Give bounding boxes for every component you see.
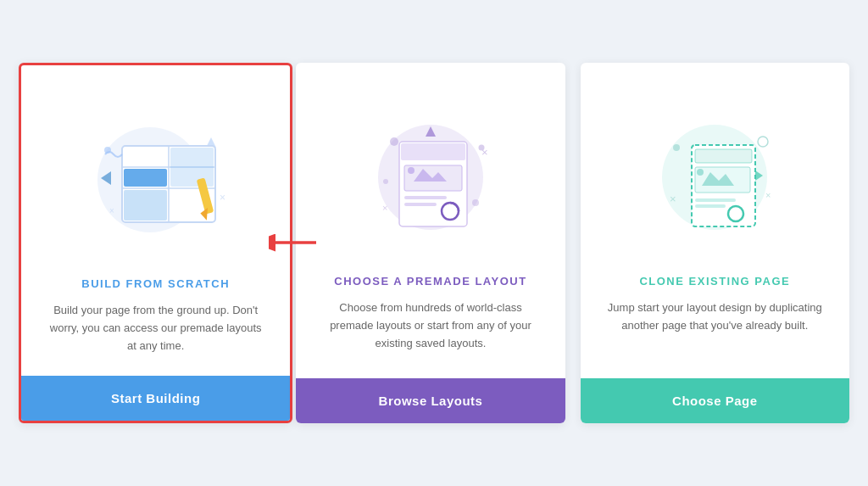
card-body-scratch: × × Build From Scratch Build your page f… (21, 65, 290, 375)
svg-rect-30 (404, 203, 437, 206)
svg-text:×: × (670, 193, 676, 205)
premade-icon-area: × × (320, 88, 541, 258)
premade-desc: Choose from hundreds of world-class prem… (320, 299, 541, 352)
scratch-illustration: × × (75, 103, 236, 248)
start-building-button[interactable]: Start Building (21, 376, 290, 421)
svg-text:×: × (109, 206, 114, 215)
svg-rect-9 (124, 169, 167, 187)
svg-point-33 (383, 179, 388, 184)
premade-illustration: × × (350, 101, 511, 245)
svg-text:×: × (765, 190, 771, 200)
clone-footer: Choose Page (581, 378, 849, 423)
card-body-premade: × × (296, 63, 565, 377)
card-build-from-scratch[interactable]: × × Build From Scratch Build your page f… (19, 63, 292, 422)
svg-point-36 (758, 137, 768, 147)
clone-icon-area: × × (604, 88, 826, 258)
browse-layouts-button[interactable]: Browse Layouts (296, 378, 565, 423)
svg-point-19 (390, 137, 398, 146)
svg-text:×: × (220, 192, 225, 204)
cards-container: × × Build From Scratch Build your page f… (19, 63, 849, 422)
svg-text:×: × (382, 203, 387, 213)
svg-rect-46 (695, 204, 726, 208)
scratch-title: Build From Scratch (81, 277, 230, 290)
premade-title: Choose A Premade Layout (334, 275, 526, 288)
clone-desc: Jump start your layout design by duplica… (604, 299, 826, 335)
clone-title: Clone Existing Page (639, 275, 790, 288)
card-choose-premade[interactable]: × × (296, 63, 565, 422)
card-clone-page[interactable]: × × (581, 63, 849, 422)
svg-rect-25 (401, 143, 465, 160)
svg-rect-29 (404, 196, 447, 199)
svg-rect-45 (695, 198, 736, 202)
svg-point-20 (472, 199, 479, 206)
clone-illustration: × × (634, 101, 795, 245)
premade-footer: Browse Layouts (296, 378, 565, 423)
scratch-footer: Start Building (21, 376, 290, 421)
svg-point-44 (697, 169, 704, 176)
svg-rect-10 (124, 190, 167, 221)
svg-point-28 (408, 167, 415, 174)
scratch-icon-area: × × (45, 91, 266, 260)
svg-point-35 (673, 144, 680, 151)
choose-page-button[interactable]: Choose Page (581, 378, 849, 423)
card-body-clone: × × (581, 63, 849, 377)
svg-rect-11 (170, 148, 214, 187)
svg-rect-41 (695, 149, 752, 163)
scratch-desc: Build your page from the ground up. Don'… (45, 302, 266, 355)
svg-point-32 (478, 145, 484, 151)
